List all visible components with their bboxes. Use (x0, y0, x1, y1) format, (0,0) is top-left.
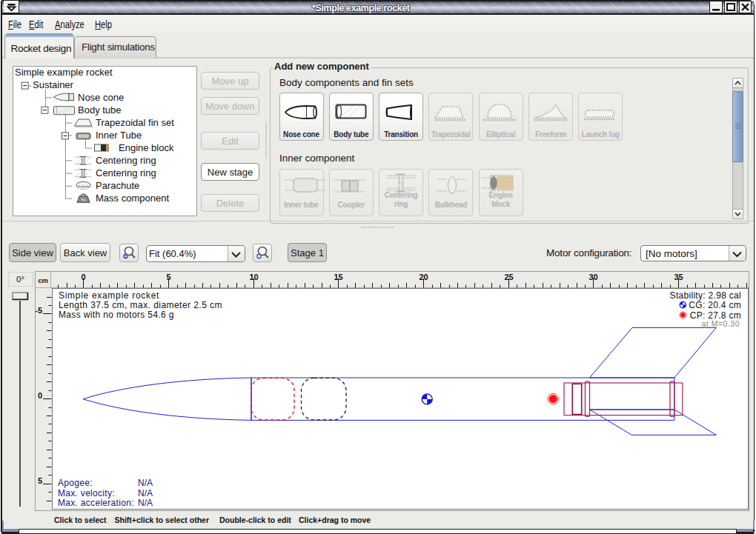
svg-text:0: 0 (38, 391, 42, 400)
svg-text:N/A: N/A (138, 488, 153, 498)
svg-text:N/A: N/A (138, 498, 153, 508)
svg-text:25: 25 (504, 273, 513, 281)
svg-text:Max. acceleration:: Max. acceleration: (58, 498, 134, 508)
svg-text:35: 35 (674, 273, 683, 281)
svg-text:Length 37.5 cm, max. diameter: Length 37.5 cm, max. diameter 2.5 cm (59, 300, 222, 310)
svg-text:20: 20 (419, 273, 428, 281)
svg-text:0: 0 (81, 273, 85, 281)
svg-text:5: 5 (166, 273, 170, 281)
svg-text:Apogee:: Apogee: (58, 478, 93, 488)
svg-text:Simple example rocket: Simple example rocket (59, 290, 159, 301)
svg-text:15: 15 (334, 273, 342, 281)
svg-text:5: 5 (38, 476, 42, 485)
svg-text:10: 10 (249, 273, 258, 281)
svg-text:Mass with no motors 54.6 g: Mass with no motors 54.6 g (59, 310, 174, 320)
svg-text:N/A: N/A (138, 478, 153, 488)
svg-text:30: 30 (588, 273, 597, 281)
svg-text:-5: -5 (36, 306, 42, 315)
svg-text:kg: kg (82, 197, 86, 201)
svg-text:at M=0.30: at M=0.30 (702, 319, 740, 328)
svg-text:Max. velocity:: Max. velocity: (58, 488, 115, 498)
svg-text:cm: cm (38, 276, 48, 284)
svg-text:Stability: 2.98 cal: Stability: 2.98 cal (670, 290, 741, 301)
svg-text:CG: 20.4 cm: CG: 20.4 cm (689, 300, 741, 310)
